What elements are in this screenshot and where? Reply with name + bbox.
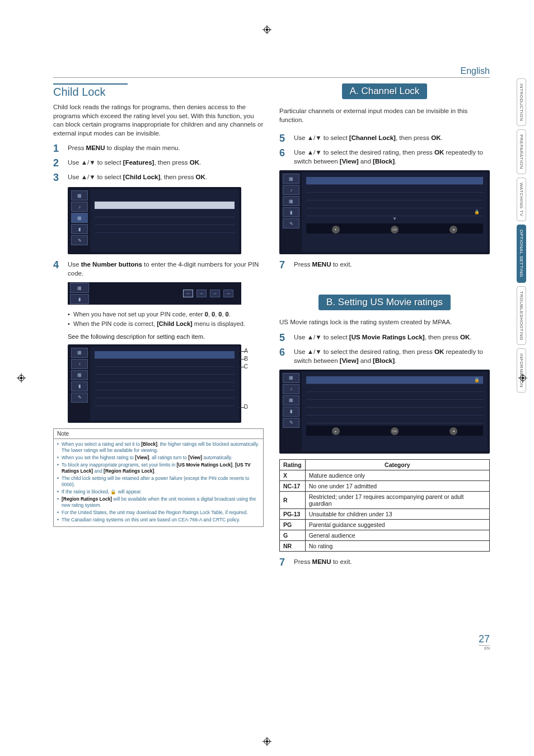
registration-mark-icon <box>263 25 271 34</box>
step-b5-number: 5 <box>279 333 288 343</box>
section-tab: TROUBLESHOOTING <box>517 286 526 346</box>
lock-icon: 🔒 <box>474 377 480 382</box>
note-item: For the United States, the unit may down… <box>57 510 260 516</box>
category-cell: General audience <box>305 530 489 540</box>
step-b6-text: Use ▲/▼ to select the desired rating, th… <box>294 347 490 365</box>
step-b5-text: Use ▲/▼ to select [US Movie Ratings Lock… <box>294 333 490 343</box>
menu-tab-icon: ▮ <box>71 224 88 234</box>
right-column: A. Channel Lock Particular channels or e… <box>279 83 490 572</box>
back-button-icon: ◄ <box>449 226 457 234</box>
child-lock-menu-screenshot: ▦ ♪ ▦ ▮ ✎ A B C D <box>68 344 241 423</box>
category-cell: Restricted; under 17 requires accompanyi… <box>305 491 489 508</box>
step-2-text: Use ▲/▼ to select [Features], then press… <box>68 158 264 168</box>
section-tab: OPTIONAL SETTING <box>517 225 526 282</box>
table-row: PGParental guidance suggested <box>280 519 490 530</box>
section-a-heading: A. Channel Lock <box>342 83 428 99</box>
menu-tab-icon: ✎ <box>71 393 88 403</box>
menu-tab-icon: ▮ <box>283 407 299 417</box>
callout-label: A <box>244 348 248 354</box>
step-a6-number: 6 <box>279 148 288 166</box>
page-number: 27 EN <box>479 633 490 650</box>
table-row: RRestricted; under 17 requires accompany… <box>280 491 490 508</box>
step-3-number: 3 <box>53 172 62 183</box>
menu-tab-icon: ▮ <box>283 207 299 217</box>
menu-tab-icon: ✎ <box>71 235 88 245</box>
ratings-table-body: XMature audience onlyNC-17No one under 1… <box>280 470 490 551</box>
note-item: The child lock setting will be retained … <box>57 475 260 488</box>
menu-tab-icon: ▦ <box>283 373 299 383</box>
category-cell: No one under 17 admitted <box>305 480 489 491</box>
see-following-text: See the following description for settin… <box>68 333 264 341</box>
step-3-text: Use ▲/▼ to select [Child Lock], then pre… <box>68 172 264 183</box>
nav-icon: ✦ <box>332 226 340 234</box>
callout-label: D <box>244 404 248 410</box>
channel-lock-screenshot: ▦ ♪ ▦ ▮ ✎ 🔒 ▼ ✦ OK ◄ <box>279 170 490 254</box>
lock-icon: 🔒 <box>474 209 480 214</box>
note-item: The Canadian rating systems on this unit… <box>57 517 260 523</box>
us-movie-ratings-screenshot: ▦ ♪ ▦ ▮ ✎ 🔒 ✦ OK ◄ <box>279 370 490 454</box>
step-a5-number: 5 <box>279 133 288 143</box>
menu-tab-icon: ▮ <box>70 294 89 304</box>
table-row: NC-17No one under 17 admitted <box>280 480 490 491</box>
note-list: When you select a rating and set it to [… <box>57 441 260 524</box>
rating-cell: PG-13 <box>280 508 306 519</box>
step-b6-number: 6 <box>279 347 288 365</box>
note-item: To block any inappropriate programs, set… <box>57 462 260 474</box>
callout-label: C <box>244 363 248 370</box>
category-cell: Parental guidance suggested <box>305 519 489 530</box>
note-box: Note When you select a rating and set it… <box>53 428 264 528</box>
table-header-category: Category <box>305 459 489 470</box>
list-item: When the PIN code is correct, [Child Loc… <box>68 320 264 328</box>
registration-mark-icon <box>263 737 271 746</box>
menu-tab-icon: ✎ <box>283 418 299 428</box>
rating-cell: NR <box>280 540 306 551</box>
step-1-text: Press MENU to display the main menu. <box>68 143 264 153</box>
step-a6-text: Use ▲/▼ to select the desired rating, th… <box>294 148 490 166</box>
menu-tab-icon: ▦ <box>283 174 299 184</box>
section-b-intro: US Movie ratings lock is the rating syst… <box>279 318 490 327</box>
step-1-number: 1 <box>53 143 62 153</box>
menu-tab-icon: ♪ <box>283 384 299 394</box>
nav-icon: ✦ <box>332 427 340 435</box>
pin-digit: – <box>196 290 207 297</box>
section-tab: INFORMATION <box>517 348 526 393</box>
menu-tab-icon: ♪ <box>283 185 299 195</box>
category-cell: No rating <box>305 540 489 551</box>
language-label: English <box>461 66 490 76</box>
menu-tab-icon: ▮ <box>71 381 88 391</box>
menu-tab-icon: ▦ <box>71 348 88 358</box>
rating-cell: NC-17 <box>280 480 306 491</box>
menu-tab-icon: ▦ <box>283 395 299 405</box>
step-b7-text: Press MENU to exit. <box>294 557 490 567</box>
note-item: When you select a rating and set it to [… <box>57 441 260 454</box>
pin-digit: – <box>183 290 193 297</box>
rating-cell: PG <box>280 519 306 530</box>
step-a7-text: Press MENU to exit. <box>294 260 490 270</box>
callout-label: B <box>244 356 248 362</box>
ok-button-icon: OK <box>391 226 399 234</box>
child-lock-intro: Child lock reads the ratings for program… <box>53 103 264 138</box>
step-a7-number: 7 <box>279 260 288 270</box>
menu-tab-icon: ▦ <box>70 283 89 293</box>
menu-tab-icon: ♪ <box>71 202 88 212</box>
section-a-intro: Particular channels or external input mo… <box>279 107 490 124</box>
menu-tab-icon: ▦ <box>283 196 299 206</box>
category-cell: Unsuitable for children under 13 <box>305 508 489 519</box>
step-4-text: Use the Number buttons to enter the 4-di… <box>68 260 264 278</box>
menu-tab-icon: ♪ <box>71 359 88 369</box>
section-tab: PREPARATION <box>517 129 526 174</box>
table-header-rating: Rating <box>280 459 306 470</box>
step-a5-text: Use ▲/▼ to select [Channel Lock], then p… <box>294 133 490 143</box>
menu-tab-icon: ▦ <box>71 370 88 380</box>
list-item: When you have not set up your PIN code, … <box>68 310 264 319</box>
section-b-heading: B. Setting US Movie ratings <box>318 295 451 310</box>
step-4-number: 4 <box>53 260 62 278</box>
table-row: XMature audience only <box>280 470 490 480</box>
pin-digit: – <box>223 290 233 297</box>
section-tab: INTRODUCTION <box>517 78 526 126</box>
table-row: GGeneral audience <box>280 530 490 540</box>
left-column: Child Lock Child lock reads the ratings … <box>53 83 264 572</box>
registration-mark-icon <box>17 374 26 382</box>
child-lock-title: Child Lock <box>53 83 128 99</box>
step-2-number: 2 <box>53 158 62 168</box>
